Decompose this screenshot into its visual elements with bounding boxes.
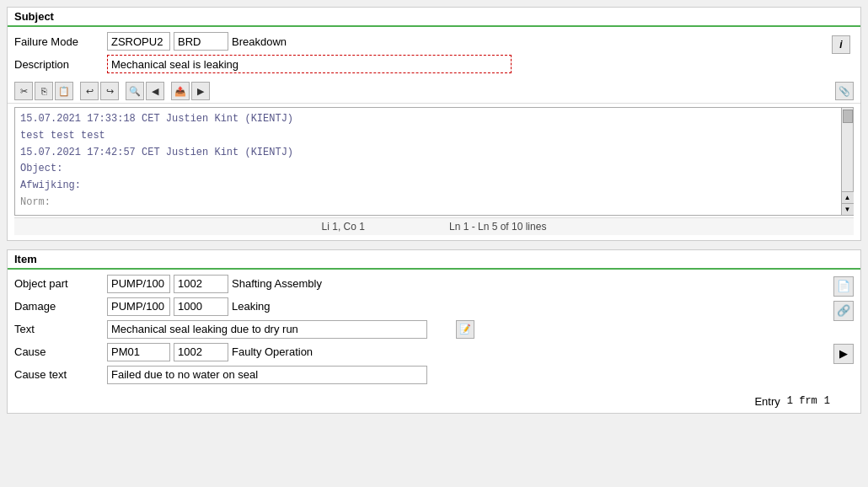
subject-section: Subject Failure Mode Breakdown Descripti… xyxy=(7,7,861,241)
text-area-wrapper: 15.07.2021 17:33:18 CET Justien Kint (KI… xyxy=(14,107,854,216)
text-line-5: Afwijking: xyxy=(20,178,836,195)
object-part-desc: Shafting Assembly xyxy=(232,277,322,290)
cause-code2[interactable] xyxy=(174,343,228,361)
cause-row: Cause Faulty Operation xyxy=(14,343,827,361)
entry-row: Entry 1 frm 1 xyxy=(8,393,860,413)
cause-fields: Faulty Operation xyxy=(107,343,827,361)
failure-mode-code2[interactable] xyxy=(174,32,228,51)
damage-label: Damage xyxy=(14,300,107,313)
subject-fields: Failure Mode Breakdown Description xyxy=(14,32,832,78)
scroll-up-arrow[interactable]: ▲ xyxy=(842,191,854,203)
object-part-code1[interactable] xyxy=(107,275,170,293)
undo-button[interactable]: ↩ xyxy=(80,82,99,100)
item-fields: Object part Shafting Assembly Damage Lea… xyxy=(8,270,833,393)
item-body: Object part Shafting Assembly Damage Lea… xyxy=(8,270,860,393)
nav-next-button[interactable]: ▶ xyxy=(191,82,210,100)
text-line-2: test test test xyxy=(20,128,836,145)
attach-button[interactable]: 📎 xyxy=(835,82,854,100)
info-button[interactable]: i xyxy=(832,35,850,54)
line-count: Ln 1 - Ln 5 of 10 lines xyxy=(449,221,546,233)
find-button[interactable]: 🔍 xyxy=(126,82,144,100)
text-edit-button[interactable]: 📝 xyxy=(456,320,474,339)
failure-mode-desc: Breakdown xyxy=(232,35,287,48)
damage-desc: Leaking xyxy=(232,300,271,313)
entry-num: 1 xyxy=(824,395,830,407)
damage-code2[interactable] xyxy=(174,297,228,316)
item-title: Item xyxy=(8,250,860,270)
object-part-label: Object part xyxy=(14,277,107,290)
cause-text-input[interactable] xyxy=(107,366,427,384)
scroll-thumb xyxy=(843,110,853,123)
doc-button[interactable]: 📄 xyxy=(833,276,854,297)
entry-label: Entry xyxy=(754,395,780,408)
subject-toolbar: ✂ ⎘ 📋 ↩ ↪ 🔍 ◀ 📤 ▶ 📎 xyxy=(8,79,860,104)
description-label: Description xyxy=(14,58,107,71)
scrollbar[interactable]: ▲ ▼ xyxy=(841,108,853,215)
object-part-row: Object part Shafting Assembly xyxy=(14,275,827,293)
item-section: Item Object part Shafting Assembly Damag… xyxy=(7,249,861,414)
failure-mode-code1[interactable] xyxy=(107,32,170,51)
cause-desc: Faulty Operation xyxy=(232,345,313,358)
copy-button[interactable]: ⎘ xyxy=(35,82,53,100)
text-input[interactable] xyxy=(107,320,427,339)
text-row: Text 📝 xyxy=(14,320,827,339)
cause-label: Cause xyxy=(14,345,107,358)
text-line-3: 15.07.2021 17:42:57 CET Justien Kint (KI… xyxy=(20,145,836,162)
cause-text-fields xyxy=(107,366,827,384)
cause-text-label: Cause text xyxy=(14,368,107,381)
object-part-code2[interactable] xyxy=(174,275,228,293)
cause-text-row: Cause text xyxy=(14,366,827,384)
object-part-fields: Shafting Assembly xyxy=(107,275,827,293)
text-label: Text xyxy=(14,323,107,335)
paste-button[interactable]: 📋 xyxy=(55,82,73,100)
description-row: Description xyxy=(14,55,832,73)
damage-fields: Leaking xyxy=(107,297,827,316)
text-area-content[interactable]: 15.07.2021 17:33:18 CET Justien Kint (KI… xyxy=(15,108,853,215)
nav-prev-button[interactable]: ◀ xyxy=(146,82,164,100)
failure-mode-label: Failure Mode xyxy=(14,35,107,48)
damage-code1[interactable] xyxy=(107,297,170,316)
text-fields: 📝 xyxy=(107,320,827,339)
subject-title: Subject xyxy=(8,8,860,27)
text-line-4: Object: xyxy=(20,161,836,178)
cut-button[interactable]: ✂ xyxy=(14,82,33,100)
link-button[interactable]: 🔗 xyxy=(833,301,854,321)
export-button[interactable]: 📤 xyxy=(171,82,190,100)
failure-mode-fields: Breakdown xyxy=(107,32,832,51)
item-right-buttons: 📄 🔗 ▶ xyxy=(833,276,854,364)
description-input[interactable] xyxy=(107,55,512,73)
failure-mode-row: Failure Mode Breakdown xyxy=(14,32,832,51)
cursor-position: Li 1, Co 1 xyxy=(322,221,365,233)
play-button[interactable]: ▶ xyxy=(833,344,854,364)
text-line-1: 15.07.2021 17:33:18 CET Justien Kint (KI… xyxy=(20,111,836,128)
status-bar: Li 1, Co 1 Ln 1 - Ln 5 of 10 lines xyxy=(14,217,854,235)
scroll-down-arrow[interactable]: ▼ xyxy=(842,203,854,215)
cause-code1[interactable] xyxy=(107,343,170,361)
damage-row: Damage Leaking xyxy=(14,297,827,316)
redo-button[interactable]: ↪ xyxy=(100,82,119,100)
text-line-6: Norm: xyxy=(20,195,836,211)
entry-frm: 1 frm xyxy=(787,395,817,407)
